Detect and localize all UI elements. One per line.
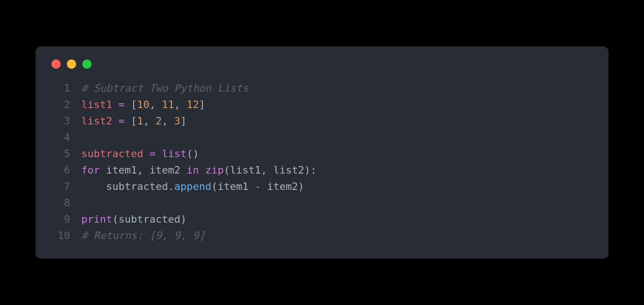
code-line[interactable]: 1# Subtract Two Python Lists bbox=[50, 80, 594, 96]
code-line[interactable]: 8 bbox=[50, 195, 594, 211]
code-line[interactable]: 2list1 = [10, 11, 12] bbox=[50, 96, 594, 113]
code-token: = bbox=[118, 99, 124, 110]
code-token: ( bbox=[211, 181, 217, 192]
code-token: [ bbox=[131, 115, 137, 127]
code-token: , bbox=[162, 115, 174, 127]
code-line[interactable]: 4 bbox=[50, 129, 594, 145]
line-number: 10 bbox=[50, 227, 70, 244]
line-number: 3 bbox=[50, 113, 70, 129]
code-token: 10 bbox=[137, 99, 150, 110]
minimize-icon[interactable] bbox=[67, 59, 76, 69]
line-number: 2 bbox=[50, 96, 70, 113]
line-number: 1 bbox=[50, 80, 70, 96]
code-token: 2 bbox=[156, 115, 162, 127]
code-token bbox=[81, 181, 106, 192]
code-token bbox=[156, 148, 162, 160]
code-token: ): bbox=[304, 164, 317, 176]
code-token bbox=[143, 148, 149, 160]
code-token: 11 bbox=[162, 99, 174, 110]
code-token: 3 bbox=[174, 115, 180, 127]
code-token: item1 bbox=[217, 181, 248, 192]
code-token: - bbox=[255, 181, 261, 192]
code-token bbox=[125, 99, 131, 110]
code-token: , bbox=[137, 164, 150, 176]
line-content: # Returns: [9, 9, 9] bbox=[81, 227, 205, 244]
code-editor-window: 1# Subtract Two Python Lists2list1 = [10… bbox=[36, 46, 608, 259]
code-token: item2 bbox=[150, 164, 180, 176]
line-content: list1 = [10, 11, 12] bbox=[81, 96, 205, 113]
line-number: 9 bbox=[50, 211, 70, 227]
code-token: , bbox=[174, 99, 187, 110]
code-token: , bbox=[261, 164, 273, 176]
code-token: in bbox=[186, 164, 199, 176]
code-token: list1 bbox=[230, 164, 261, 176]
line-number: 7 bbox=[50, 178, 70, 195]
code-token bbox=[125, 115, 131, 127]
code-token: ] bbox=[180, 115, 186, 127]
code-token: append bbox=[174, 181, 211, 192]
line-content: list2 = [1, 2, 3] bbox=[81, 113, 186, 129]
line-content: subtracted = list() bbox=[81, 145, 199, 162]
code-token: ) bbox=[180, 213, 186, 225]
maximize-icon[interactable] bbox=[82, 59, 92, 69]
code-area[interactable]: 1# Subtract Two Python Lists2list1 = [10… bbox=[50, 80, 594, 244]
code-token: subtracted bbox=[81, 148, 143, 160]
line-content: print(subtracted) bbox=[81, 211, 186, 227]
code-token bbox=[100, 164, 106, 176]
code-token: print bbox=[81, 213, 112, 225]
code-token: subtracted bbox=[106, 181, 168, 192]
code-token: ( bbox=[224, 164, 230, 176]
code-token: = bbox=[118, 115, 124, 127]
window-controls bbox=[51, 59, 594, 69]
code-token: ) bbox=[298, 181, 304, 192]
code-token bbox=[180, 164, 186, 176]
code-token: zip bbox=[205, 164, 224, 176]
code-token: [ bbox=[131, 99, 137, 110]
code-token: = bbox=[150, 148, 156, 160]
code-line[interactable]: 10# Returns: [9, 9, 9] bbox=[50, 227, 594, 244]
code-token bbox=[112, 99, 118, 110]
code-token bbox=[261, 181, 267, 192]
line-number: 6 bbox=[50, 162, 70, 178]
code-token: subtracted bbox=[118, 213, 180, 225]
close-icon[interactable] bbox=[51, 59, 61, 69]
code-line[interactable]: 9print(subtracted) bbox=[50, 211, 594, 227]
code-token: 1 bbox=[137, 115, 143, 127]
code-token: list2 bbox=[81, 115, 112, 127]
line-content: # Subtract Two Python Lists bbox=[81, 80, 249, 96]
code-line[interactable]: 5subtracted = list() bbox=[50, 145, 594, 162]
code-token: list1 bbox=[81, 99, 112, 110]
code-token bbox=[112, 115, 118, 127]
code-token: ( bbox=[112, 213, 118, 225]
line-content: subtracted.append(item1 - item2) bbox=[81, 178, 304, 195]
code-token: list bbox=[162, 148, 186, 160]
code-token: , bbox=[150, 99, 162, 110]
code-token: , bbox=[143, 115, 156, 127]
code-token: list2 bbox=[273, 164, 304, 176]
code-line[interactable]: 3list2 = [1, 2, 3] bbox=[50, 113, 594, 129]
code-token: item2 bbox=[267, 181, 298, 192]
code-line[interactable]: 7 subtracted.append(item1 - item2) bbox=[50, 178, 594, 195]
code-token bbox=[249, 181, 255, 192]
line-content: for item1, item2 in zip(list1, list2): bbox=[81, 162, 316, 178]
code-token: # Returns: [9, 9, 9] bbox=[81, 230, 205, 241]
code-token: . bbox=[168, 181, 174, 192]
line-number: 8 bbox=[50, 195, 70, 211]
line-number: 4 bbox=[50, 129, 70, 145]
code-token: for bbox=[81, 164, 100, 176]
code-token: 12 bbox=[186, 99, 199, 110]
code-token: () bbox=[186, 148, 199, 160]
code-token: # Subtract Two Python Lists bbox=[81, 82, 249, 94]
code-line[interactable]: 6for item1, item2 in zip(list1, list2): bbox=[50, 162, 594, 178]
code-token: item1 bbox=[106, 164, 137, 176]
code-token bbox=[199, 164, 205, 176]
code-token: ] bbox=[199, 99, 205, 110]
line-number: 5 bbox=[50, 145, 70, 162]
